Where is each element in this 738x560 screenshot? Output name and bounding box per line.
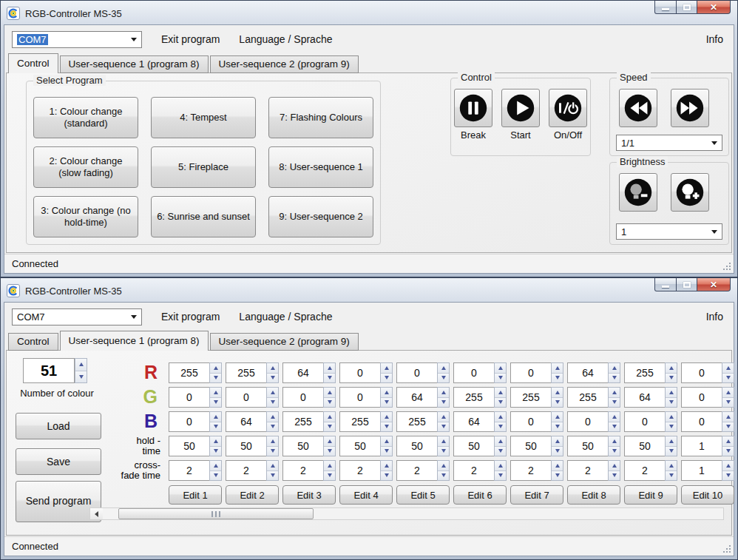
edit-button-6[interactable]: Edit 6: [453, 485, 507, 505]
tab-user-sequence-1[interactable]: User-sequence 1 (program 8): [60, 55, 209, 73]
speed-down-button[interactable]: [619, 89, 657, 127]
cell-cross-8-up-button[interactable]: [609, 461, 620, 470]
cell-b-5-value[interactable]: [396, 411, 437, 432]
cell-cross-10-down-button[interactable]: [722, 470, 734, 481]
cell-g-7-value[interactable]: [510, 387, 551, 408]
cell-b-2-up-button[interactable]: [267, 412, 278, 422]
cell-b-6-up-button[interactable]: [495, 412, 506, 422]
cell-g-1-down-button[interactable]: [210, 397, 221, 408]
hscroll-left-button[interactable]: [90, 508, 103, 519]
cell-hold-1-up-button[interactable]: [210, 436, 221, 446]
minimize-button[interactable]: [654, 0, 677, 14]
cell-hold-5-value[interactable]: [396, 436, 437, 456]
cell-r-4-value[interactable]: [339, 362, 380, 383]
cell-g-4-down-button[interactable]: [381, 397, 392, 408]
cell-hold-10-down-button[interactable]: [722, 446, 734, 456]
cell-g-3-up-button[interactable]: [324, 388, 335, 397]
cell-hold-7-down-button[interactable]: [552, 446, 563, 456]
send-program-button[interactable]: Send program: [16, 481, 101, 522]
cell-cross-6-value[interactable]: [453, 460, 494, 481]
cell-hold-6-down-button[interactable]: [495, 446, 506, 456]
cell-r-9-up-button[interactable]: [666, 363, 677, 373]
cell-g-10-down-button[interactable]: [722, 397, 734, 408]
cell-cross-9-value[interactable]: [624, 460, 665, 481]
cell-g-8-up-button[interactable]: [609, 388, 620, 397]
close-button[interactable]: ✕: [697, 0, 731, 14]
cell-b-4-value[interactable]: [339, 411, 380, 432]
cell-r-3-up-button[interactable]: [324, 363, 335, 373]
edit-button-4[interactable]: Edit 4: [339, 485, 393, 505]
cell-cross-4-down-button[interactable]: [381, 470, 392, 481]
cell-hold-8-up-button[interactable]: [609, 436, 620, 446]
colour-count-down-button[interactable]: [75, 371, 87, 383]
cell-b-5-down-button[interactable]: [438, 422, 449, 432]
cell-r-8-down-button[interactable]: [609, 373, 620, 383]
cell-r-5-value[interactable]: [396, 362, 437, 383]
cell-cross-4-value[interactable]: [339, 460, 380, 481]
cell-g-10-value[interactable]: [681, 387, 722, 408]
language-menuitem[interactable]: Language / Sprache: [239, 311, 332, 323]
cell-cross-4-up-button[interactable]: [381, 461, 392, 470]
cell-g-7-down-button[interactable]: [552, 397, 563, 408]
cell-hold-5-down-button[interactable]: [438, 446, 449, 456]
titlebar[interactable]: RGB-Controller MS-35 ✕: [3, 3, 735, 24]
resize-grip[interactable]: [722, 262, 731, 271]
cell-g-2-up-button[interactable]: [267, 388, 278, 397]
brightness-down-button[interactable]: [619, 173, 657, 212]
cell-hold-10-value[interactable]: [681, 436, 722, 456]
cell-b-10-down-button[interactable]: [722, 422, 734, 432]
minimize-button[interactable]: [654, 277, 677, 291]
tab-control[interactable]: Control: [8, 53, 58, 73]
program-button-6[interactable]: 6: Sunrise and sunset: [151, 196, 256, 237]
cell-cross-3-up-button[interactable]: [324, 461, 335, 470]
language-menuitem[interactable]: Language / Sprache: [239, 33, 332, 45]
com-port-select[interactable]: COM7: [12, 31, 142, 48]
program-button-5[interactable]: 5: Fireplace: [151, 146, 256, 188]
info-menuitem[interactable]: Info: [706, 33, 723, 45]
cell-g-5-value[interactable]: [396, 387, 437, 408]
cell-r-3-down-button[interactable]: [324, 373, 335, 383]
cell-g-6-value[interactable]: [453, 387, 494, 408]
cell-r-4-down-button[interactable]: [381, 373, 392, 383]
cell-r-2-down-button[interactable]: [267, 373, 278, 383]
cell-cross-6-down-button[interactable]: [495, 470, 506, 481]
cell-g-3-down-button[interactable]: [324, 397, 335, 408]
cell-cross-3-value[interactable]: [282, 460, 323, 481]
program-button-9[interactable]: 9: User-sequence 2: [268, 196, 373, 237]
com-port-select[interactable]: COM7: [12, 308, 142, 325]
cell-cross-7-value[interactable]: [510, 460, 551, 481]
tab-user-sequence-2[interactable]: User-sequence 2 (program 9): [210, 55, 359, 73]
cell-g-2-value[interactable]: [226, 387, 266, 408]
cell-b-10-up-button[interactable]: [722, 412, 734, 422]
cell-hold-8-down-button[interactable]: [609, 446, 620, 456]
cell-b-3-down-button[interactable]: [324, 422, 335, 432]
cell-hold-4-value[interactable]: [339, 436, 380, 456]
program-button-3[interactable]: 3: Colour change (no hold-time): [33, 196, 138, 237]
cell-cross-8-down-button[interactable]: [609, 470, 620, 481]
edit-button-7[interactable]: Edit 7: [510, 485, 563, 505]
cell-g-7-up-button[interactable]: [552, 388, 563, 397]
edit-button-8[interactable]: Edit 8: [567, 485, 620, 505]
cell-g-3-value[interactable]: [282, 387, 323, 408]
cell-b-2-value[interactable]: [226, 411, 266, 432]
edit-button-10[interactable]: Edit 10: [681, 485, 734, 505]
cell-b-4-up-button[interactable]: [381, 412, 392, 422]
speed-up-button[interactable]: [671, 89, 709, 127]
cell-r-5-down-button[interactable]: [438, 373, 449, 383]
cell-r-6-down-button[interactable]: [495, 373, 506, 383]
cell-b-5-up-button[interactable]: [438, 412, 449, 422]
cell-hold-2-down-button[interactable]: [267, 446, 278, 456]
cell-b-2-down-button[interactable]: [267, 422, 278, 432]
cell-cross-10-value[interactable]: [681, 460, 722, 481]
edit-button-2[interactable]: Edit 2: [226, 485, 279, 505]
cell-cross-8-value[interactable]: [567, 460, 608, 481]
hscroll-thumb[interactable]: [118, 508, 314, 519]
cell-cross-9-down-button[interactable]: [666, 470, 677, 481]
cell-hold-9-value[interactable]: [624, 436, 665, 456]
speed-select[interactable]: 1/1: [616, 135, 722, 151]
resize-grip[interactable]: [722, 544, 731, 553]
cell-hold-2-value[interactable]: [226, 436, 266, 456]
cell-hold-7-up-button[interactable]: [552, 436, 563, 446]
cell-b-7-value[interactable]: [510, 411, 551, 432]
cell-b-1-down-button[interactable]: [210, 422, 221, 432]
